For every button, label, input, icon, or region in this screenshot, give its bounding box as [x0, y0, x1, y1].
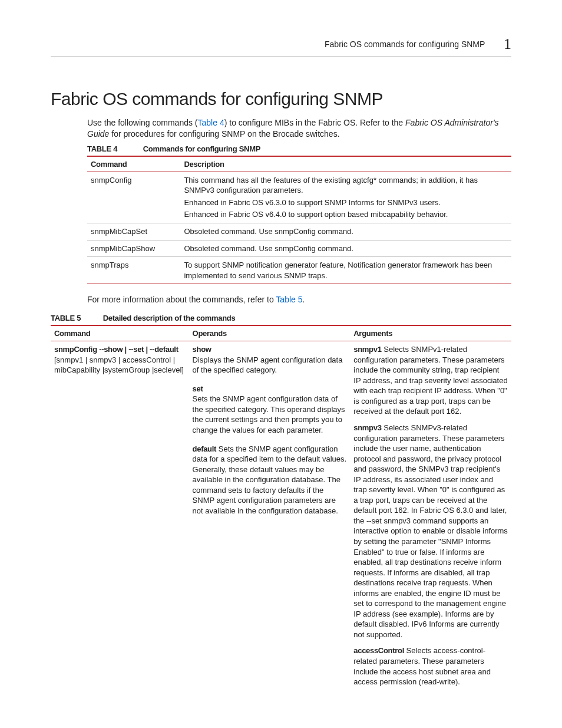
argument-snmpv3: snmpv3 Selects SNMPv3-related configurat…	[353, 423, 508, 640]
xref-table-4[interactable]: Table 4	[198, 118, 224, 127]
table-row: snmpConfig --show | --set | --default [s…	[51, 341, 511, 690]
table-row: snmpTraps To support SNMP notification g…	[87, 257, 511, 284]
table5-operands-cell: show Displays the SNMP agent configurati…	[189, 341, 351, 690]
table5-label: TABLE 5	[51, 314, 81, 322]
table4-col-command: Command	[87, 156, 180, 172]
between-tables-text: For more information about the commands,…	[87, 295, 511, 304]
xref-table-5[interactable]: Table 5	[276, 295, 302, 304]
table5-title: Detailed description of the commands	[103, 314, 236, 322]
running-header: Fabric OS commands for configuring SNMP …	[51, 35, 511, 53]
table4-title: Commands for configuring SNMP	[143, 144, 260, 153]
table-row: snmpMibCapSet Obsoleted command. Use snm…	[87, 223, 511, 240]
running-title: Fabric OS commands for configuring SNMP	[325, 39, 485, 49]
table-row: snmpMibCapShow Obsoleted command. Use sn…	[87, 240, 511, 257]
table4-caption: TABLE 4 Commands for configuring SNMP	[87, 144, 511, 153]
operand-set: set Sets the SNMP agent configuration da…	[193, 384, 347, 436]
page: Fabric OS commands for configuring SNMP …	[0, 0, 562, 728]
table4-label: TABLE 4	[87, 144, 117, 153]
operand-show: show Displays the SNMP agent configurati…	[193, 344, 347, 375]
table5-col-arguments: Arguments	[350, 325, 511, 341]
intro-paragraph: Use the following commands (Table 4) to …	[87, 117, 511, 140]
table5-col-operands: Operands	[189, 325, 351, 341]
table5-command-cell: snmpConfig --show | --set | --default [s…	[51, 341, 189, 690]
argument-snmpv1: snmpv1 Selects SNMPv1-related configurat…	[353, 344, 508, 417]
intro-paragraph-wrap: Use the following commands (Table 4) to …	[87, 117, 511, 284]
table5-col-command: Command	[51, 325, 189, 341]
section-title: Fabric OS commands for configuring SNMP	[51, 89, 511, 109]
operand-default: default Sets the SNMP agent configuratio…	[193, 444, 347, 516]
table5: Command Operands Arguments snmpConfig --…	[51, 325, 511, 690]
argument-accesscontrol: accessControl Selects access-control-rel…	[353, 645, 508, 687]
table5-caption: TABLE 5 Detailed description of the comm…	[51, 314, 511, 322]
chapter-number: 1	[487, 35, 511, 52]
table-row: snmpConfig This command has all the feat…	[87, 172, 511, 223]
table5-arguments-cell: snmpv1 Selects SNMPv1-related configurat…	[350, 341, 511, 690]
table4-col-description: Description	[180, 156, 511, 172]
table4: Command Description snmpConfig This comm…	[87, 156, 511, 284]
header-rule	[51, 57, 511, 57]
